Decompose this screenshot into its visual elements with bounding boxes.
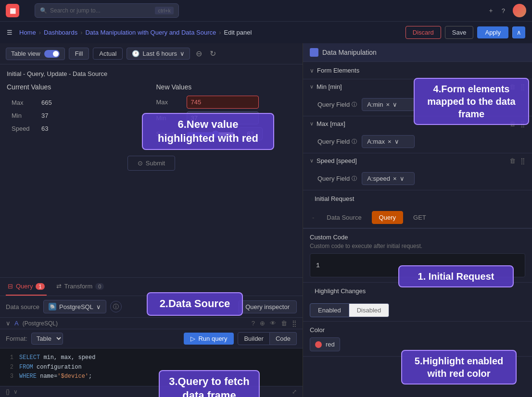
editor-expand-icon[interactable]: ∨	[13, 388, 18, 395]
breadcrumb-current: Edit panel	[224, 29, 252, 36]
fe-max-header: ∨ Max [max] 🗑 ⣿	[303, 116, 532, 131]
color-name: red	[326, 341, 335, 348]
form-elements-section-header[interactable]: ∨ Form Elements	[303, 62, 532, 79]
fe-min-info-icon[interactable]: ⓘ	[352, 101, 357, 108]
run-query-button[interactable]: ▷ Run query	[184, 333, 234, 345]
fe-max-chevron-icon[interactable]: ∨	[394, 138, 399, 145]
save-button[interactable]: Save	[445, 26, 474, 39]
current-values-heading: Current Values	[7, 83, 147, 91]
query-copy-icon[interactable]: ⊕	[260, 320, 265, 327]
min-new-input[interactable]	[187, 112, 259, 124]
code-editor[interactable]: 1 SELECT min, max, speed 2 FROM configur…	[0, 348, 303, 386]
fe-speed-chevron-icon[interactable]: ∨	[400, 175, 405, 182]
speed-value-input[interactable]	[239, 127, 263, 140]
fe-max-select[interactable]: A:max × ∨	[362, 135, 415, 148]
hc-tabs: Enabled Disabled	[303, 299, 532, 322]
discard-button[interactable]: Discard	[405, 26, 441, 39]
speed-slider[interactable]	[187, 130, 235, 138]
apply-button[interactable]: Apply	[477, 26, 508, 38]
current-values-section: Current Values Max 665 Min 37 Sp	[7, 83, 147, 143]
code-button[interactable]: Code	[270, 332, 297, 345]
postgres-icon: 🐘	[49, 303, 56, 310]
form-element-speed: ∨ Speed [speed] 🗑 ⣿ Query Field ⓘ A:spee…	[303, 153, 532, 190]
fe-speed-select[interactable]: A:speed × ∨	[362, 172, 415, 185]
editor-resize-icon[interactable]: ⤢	[292, 388, 297, 395]
time-picker[interactable]: 🕐 Last 6 hours ∨	[127, 48, 190, 60]
table-view-toggle[interactable]: Table view	[6, 48, 65, 60]
tab-transform[interactable]: ⇄ Transform 0	[54, 278, 106, 296]
view-toggle[interactable]	[44, 50, 60, 58]
search-bar[interactable]: 🔍 Search or jump to... ctrl+k	[35, 3, 179, 18]
ir-tab-query[interactable]: Query	[372, 211, 403, 224]
fe-min-chevron[interactable]: ∨	[310, 84, 314, 90]
query-help-icon[interactable]: ?	[252, 320, 255, 327]
datasource-info-button[interactable]: ⓘ	[110, 301, 122, 312]
fe-max-chevron[interactable]: ∨	[310, 121, 314, 127]
fe-max-delete-icon[interactable]: 🗑	[509, 120, 516, 127]
tab-query[interactable]: ⊟ Query 1	[6, 278, 47, 296]
speed-label: Speed	[8, 123, 37, 135]
fe-min-delete-icon[interactable]: 🗑	[509, 83, 516, 90]
refresh-button[interactable]: ↻	[208, 47, 218, 60]
query-drag-icon[interactable]: ⣿	[292, 320, 297, 327]
fe-speed-info-icon[interactable]: ⓘ	[352, 175, 357, 182]
fe-min-chevron-icon[interactable]: ∨	[393, 101, 397, 108]
user-avatar[interactable]	[513, 4, 526, 17]
format-select[interactable]: Table	[31, 333, 63, 345]
fe-min-clear-icon[interactable]: ×	[386, 101, 390, 108]
fe-speed-delete-icon[interactable]: 🗑	[509, 157, 516, 164]
fe-max-clear-icon[interactable]: ×	[388, 138, 392, 145]
add-icon[interactable]: ＋	[488, 6, 494, 15]
ir-tab-dash[interactable]: -	[310, 211, 317, 224]
cc-editor[interactable]: 1	[310, 253, 525, 277]
query-inspector-button[interactable]: Query inspector	[238, 300, 297, 313]
fe-speed-value: A:speed	[367, 175, 390, 182]
ir-tab-datasource[interactable]: Data Source	[319, 211, 368, 224]
zoom-out-button[interactable]: ⊖	[194, 47, 204, 60]
fe-speed-drag-icon[interactable]: ⣿	[520, 157, 525, 164]
query-collapse-chevron[interactable]: ∨	[6, 320, 11, 327]
submit-icon: ⊙	[138, 160, 143, 167]
datasource-label: Data source	[6, 303, 39, 310]
panels-area: Table view Fill Actual 🕐 Last 6 hours ∨ …	[0, 43, 532, 397]
hamburger-icon[interactable]: ☰	[7, 29, 13, 36]
fe-speed-chevron[interactable]: ∨	[310, 158, 314, 164]
breadcrumb-home[interactable]: Home	[19, 29, 36, 36]
fill-button[interactable]: Fill	[69, 48, 89, 60]
fe-max-info-icon[interactable]: ⓘ	[352, 138, 357, 145]
fe-min-actions: 🗑 ⣿	[509, 83, 525, 90]
transform-icon: ⇄	[56, 283, 62, 290]
sep2: ›	[80, 29, 82, 36]
values-grid: Current Values Max 665 Min 37 Sp	[7, 83, 296, 143]
hc-section-header[interactable]: ∨ Highlight Changes	[303, 283, 532, 299]
builder-button[interactable]: Builder	[238, 332, 269, 345]
apply-chevron[interactable]: ∧	[512, 26, 525, 38]
datasource-select[interactable]: 🐘 PostgreSQL ∨	[43, 300, 106, 313]
fe-min-drag-icon[interactable]: ⣿	[520, 83, 525, 90]
fe-max-drag-icon[interactable]: ⣿	[520, 120, 525, 127]
fe-max-query-field-label: Query Field ⓘ	[317, 138, 357, 145]
hc-disabled-button[interactable]: Disabled	[349, 303, 390, 317]
query-eye-icon[interactable]: 👁	[270, 320, 276, 327]
query-delete-icon[interactable]: 🗑	[281, 320, 287, 327]
query-tab-label: Query	[16, 283, 33, 290]
max-new-input[interactable]	[187, 96, 259, 109]
breadcrumb-dashboards[interactable]: Dashboards	[44, 29, 77, 36]
speed-current-value: 63	[38, 123, 146, 135]
fe-speed-header: ∨ Speed [speed] 🗑 ⣿	[303, 153, 532, 168]
submit-button[interactable]: ⊙ Submit	[127, 156, 175, 171]
page-root: ▦ 🔍 Search or jump to... ctrl+k ＋ ? ☰ Ho…	[0, 0, 532, 397]
fe-min-header: ∨ Min [min] 🗑 ⣿	[303, 79, 532, 94]
color-picker[interactable]: red	[310, 337, 340, 351]
actual-button[interactable]: Actual	[93, 48, 123, 60]
ir-section-header[interactable]: ∨ Initial Request	[303, 190, 532, 207]
fe-min-select[interactable]: A:min × ∨	[362, 98, 415, 111]
hc-enabled-button[interactable]: Enabled	[310, 303, 349, 317]
breadcrumb-page[interactable]: Data Manipulation with Query and Data So…	[85, 29, 216, 36]
fe-speed-clear-icon[interactable]: ×	[393, 175, 397, 182]
format-row: Format: Table ▷ Run query Builder Code	[0, 329, 303, 348]
query-section: ⊟ Query 1 ⇄ Transform 0 Data source 🐘 Po…	[0, 277, 303, 397]
right-panel-title: Data Manipulation	[322, 49, 377, 56]
help-icon[interactable]: ?	[502, 7, 505, 14]
ir-tab-get[interactable]: GET	[406, 211, 433, 224]
